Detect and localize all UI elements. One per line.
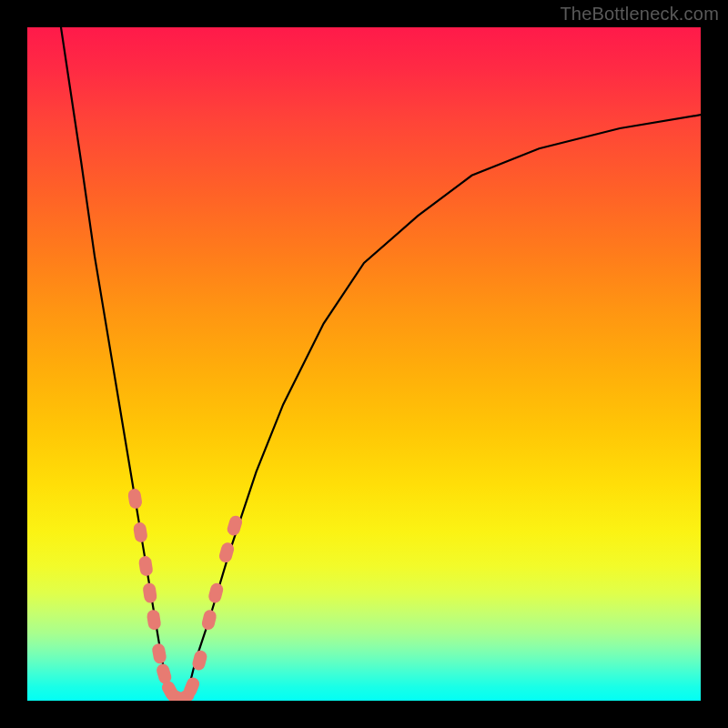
curve-marker: [127, 488, 143, 510]
chart-frame: TheBottleneck.com: [0, 0, 728, 728]
curve-marker: [207, 581, 225, 604]
curve-marker: [142, 582, 157, 604]
curve-marker: [146, 609, 161, 631]
bottleneck-curve: [61, 27, 701, 701]
curve-marker: [138, 555, 154, 577]
curve-marker: [151, 642, 167, 664]
marker-group: [127, 488, 244, 701]
plot-area: [27, 27, 701, 701]
curve-marker: [133, 521, 148, 543]
curve-marker: [200, 609, 217, 632]
curve-layer: [27, 27, 701, 701]
watermark-text: TheBottleneck.com: [560, 4, 719, 25]
